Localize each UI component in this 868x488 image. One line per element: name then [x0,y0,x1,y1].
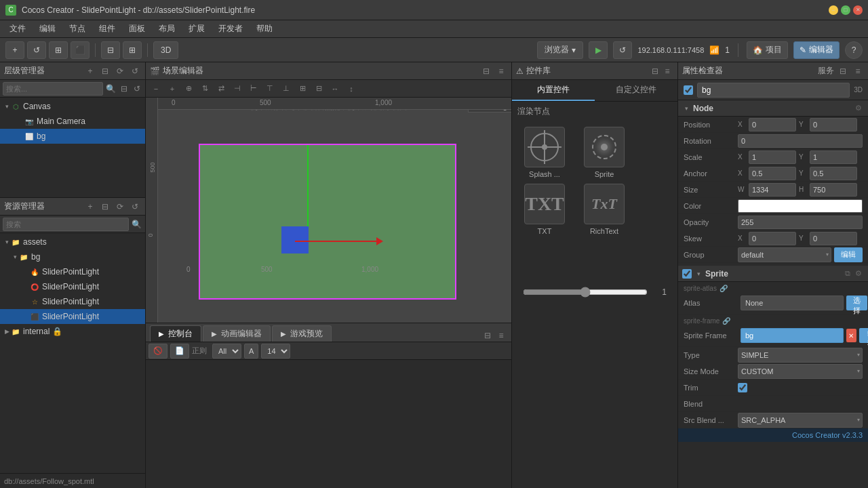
sprite-frame-clear-btn[interactable]: ✕ [846,329,856,342]
refresh-icon[interactable]: ↺ [132,83,142,95]
comp-slider[interactable] [523,287,648,298]
stretch-h-btn[interactable]: ↔ [328,82,342,96]
tab-preview[interactable]: ▶ 游戏预览 [272,325,332,342]
comp-tab-custom[interactable]: 自定义控件 [595,80,677,101]
project-button[interactable]: 🏠 项目 [747,41,788,59]
console-clear-btn[interactable]: 🚫 [149,344,167,359]
hierarchy-more[interactable]: ↺ [129,65,141,77]
sprite-frame-input[interactable] [741,328,844,343]
group-edit-btn[interactable]: 编辑 [834,247,863,262]
asset-js[interactable]: ⬛ SliderPointLight [0,309,145,324]
console-size-select[interactable]: 14 [261,344,290,359]
comp-tab-builtin[interactable]: 内置控件 [512,80,595,101]
align-left-btn[interactable]: ⊣ [230,82,245,96]
position-x-input[interactable] [749,118,796,131]
close-button[interactable]: ✕ [853,5,863,15]
scene-more[interactable]: ≡ [495,65,507,77]
console-area[interactable] [146,360,511,488]
play-button[interactable]: ▶ [589,41,608,59]
sprite-section-header[interactable]: ▾ Sprite ⧉ ⚙ [678,266,868,282]
sprite-section-gear[interactable]: ⚙ [853,268,864,279]
assets-add[interactable]: + [84,201,96,213]
comp-sprite[interactable]: Sprite [577,127,631,178]
comp-txt[interactable]: TXT TXT [517,184,572,235]
asset-internal[interactable]: ▶ 📁 internal 🔒 [0,324,145,339]
hierarchy-search-input[interactable] [3,82,103,96]
comp-splash[interactable]: Splash ... [517,127,572,178]
menu-node[interactable]: 节点 [62,22,92,36]
src-blend-select[interactable]: SRC_ALPHA [738,413,863,428]
editor-button[interactable]: ✎ 编辑器 [793,41,840,59]
tab-animation[interactable]: ▶ 动画编辑器 [203,325,271,342]
size-mode-select[interactable]: CUSTOM [738,364,863,379]
menu-extend[interactable]: 扩展 [182,22,212,36]
filter-icon[interactable]: ⊟ [119,83,129,95]
zoom-in-btn[interactable]: + [165,82,180,96]
sprite-frame-edit-btn[interactable]: 编辑 [859,328,868,343]
rotation-input[interactable] [738,134,863,148]
atlas-input[interactable] [741,296,844,310]
console-filter-select[interactable]: All [212,344,241,359]
props-dock[interactable]: ⊟ [837,65,849,77]
tree-item-bg[interactable]: ⬜ bg [0,129,145,144]
move-h-btn[interactable]: ⇅ [197,82,212,96]
add-node-button[interactable]: + [5,41,24,59]
asset-assets-folder[interactable]: ▾ 📁 assets [0,235,145,249]
tree-item-canvas[interactable]: ▾ ⬡ Canvas [0,99,145,114]
scene-canvas[interactable]: Rendering 使用鼠标右键平移视窗焦点；使用滚轮缩放视图 0 500 1,… [146,98,511,323]
snap-button[interactable]: ⊞ [123,41,142,59]
group-select[interactable]: default [738,247,831,262]
assets-link[interactable]: ⟳ [114,201,126,213]
tab-console[interactable]: ▶ 控制台 [150,325,201,342]
opacity-input[interactable] [738,216,863,229]
size-w-input[interactable] [749,183,796,197]
service-tab[interactable]: 服务 [818,65,834,77]
menu-panel[interactable]: 面板 [122,22,152,36]
scale-y-input[interactable] [810,150,857,164]
align-right-btn[interactable]: ⊤ [262,82,277,96]
assets-sort[interactable]: ⊟ [99,201,111,213]
assets-refresh[interactable]: ↺ [129,201,141,213]
comp-more[interactable]: ≡ [661,65,673,77]
scene-dock[interactable]: ⊟ [480,65,492,77]
type-select[interactable]: SIMPLE [738,348,863,363]
trim-checkbox[interactable] [738,383,747,392]
hierarchy-add[interactable]: + [84,65,96,77]
node-enabled-checkbox[interactable] [684,85,693,95]
asset-fire[interactable]: 🔥 SliderPointLight [0,264,145,279]
menu-file[interactable]: 文件 [3,22,33,36]
asset-bg-folder[interactable]: ▾ 📁 bg [0,249,145,264]
node-section-gear[interactable]: ⚙ [853,103,864,114]
atlas-select-btn[interactable]: 选择 [846,296,867,310]
assets-search-input[interactable] [3,218,129,231]
align-vcenter-btn[interactable]: ⊞ [295,82,310,96]
search-icon[interactable]: 🔍 [106,83,116,95]
reload-button[interactable]: ↺ [613,41,632,59]
color-swatch[interactable] [738,199,863,213]
sprite-enabled-checkbox[interactable] [682,269,692,279]
scale-x-input[interactable] [749,150,796,164]
anchor-y-input[interactable] [810,167,857,180]
console-font-btn[interactable]: A [244,344,258,359]
canvas-viewport[interactable] [199,144,456,300]
menu-help[interactable]: 帮助 [250,22,279,36]
menu-layout[interactable]: 布局 [152,22,182,36]
expand-button[interactable]: ⊞ [49,41,68,59]
stretch-v-btn[interactable]: ↕ [344,82,359,96]
bottom-dock[interactable]: ⊟ [481,329,494,342]
node-name-input[interactable] [697,83,850,98]
asset-star[interactable]: ☆ SliderPointLight [0,294,145,309]
menu-component[interactable]: 组件 [92,22,122,36]
sprite-copy-icon[interactable]: ⧉ [842,268,853,279]
size-h-input[interactable] [810,183,857,197]
align-bottom-btn[interactable]: ⊟ [311,82,326,96]
asset-circle[interactable]: ⭕ SliderPointLight [0,279,145,294]
tree-item-camera[interactable]: 📷 Main Camera [0,114,145,129]
align-top-btn[interactable]: ⊥ [279,82,294,96]
comp-dock[interactable]: ⊟ [649,65,661,77]
zoom-out-btn[interactable]: − [149,82,163,96]
position-y-input[interactable] [810,118,857,131]
help-button[interactable]: ? [845,41,863,59]
menu-developer[interactable]: 开发者 [212,22,250,36]
minimize-button[interactable]: – [829,5,838,15]
